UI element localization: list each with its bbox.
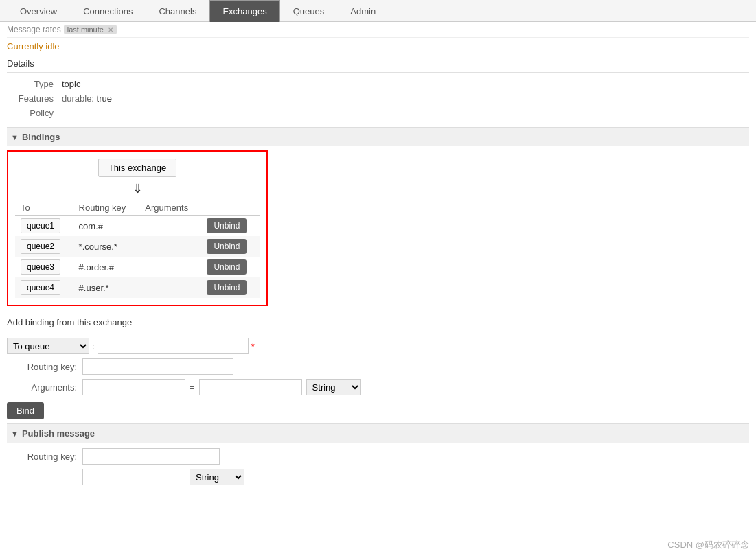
unbind-button-0[interactable]: Unbind	[207, 218, 247, 233]
queue-button-0[interactable]: queue1	[21, 218, 60, 233]
arguments-cell-1	[139, 236, 201, 257]
unbind-button-2[interactable]: Unbind	[207, 259, 247, 275]
routing-key-row: Routing key:	[7, 358, 749, 375]
queue-button-2[interactable]: queue3	[21, 259, 60, 275]
routing-key-cell-0: com.#	[73, 216, 140, 237]
details-row-policy: Policy	[7, 106, 749, 120]
this-exchange-button[interactable]: This exchange	[98, 159, 177, 177]
message-rates-tag[interactable]: last minute ✕	[64, 25, 117, 34]
tab-exchanges[interactable]: Exchanges	[209, 0, 279, 22]
publish-title: Publish message	[22, 428, 95, 439]
nav-tabs: Overview Connections Channels Exchanges …	[0, 0, 756, 22]
arguments-value-input[interactable]	[199, 379, 302, 395]
pub-routing-key-label: Routing key:	[7, 452, 82, 462]
details-label-policy: Policy	[7, 108, 62, 118]
bindings-title: Bindings	[22, 132, 60, 142]
routing-key-label: Routing key:	[7, 362, 82, 372]
table-row: queue1 com.# Unbind	[15, 216, 260, 237]
col-to: To	[15, 200, 73, 216]
pub-routing-key-input[interactable]	[82, 448, 220, 465]
queue-name-input[interactable]	[98, 338, 249, 354]
bind-button[interactable]: Bind	[7, 402, 44, 419]
bindings-collapse-arrow[interactable]: ▼	[11, 133, 19, 141]
pub-extra-input[interactable]	[82, 469, 185, 485]
details-label-features: Features	[7, 93, 62, 104]
arguments-label: Arguments:	[7, 382, 82, 393]
bindings-section-header: ▼ Bindings	[7, 127, 749, 146]
bindings-box: This exchange ⇓ To Routing key Arguments…	[7, 150, 268, 306]
tab-connections[interactable]: Connections	[70, 0, 146, 22]
table-row: queue4 #.user.* Unbind	[15, 277, 260, 298]
routing-key-input[interactable]	[82, 358, 233, 375]
required-star: *	[251, 341, 255, 351]
idle-status: Currently idle	[7, 38, 749, 55]
pub-routing-key-row: Routing key:	[7, 448, 749, 465]
rate-tag-close[interactable]: ✕	[108, 26, 113, 34]
bindings-table: To Routing key Arguments queue1 com.# Un…	[15, 200, 260, 298]
message-rates-label: Message rates	[7, 25, 61, 34]
arguments-key-input[interactable]	[82, 379, 185, 395]
routing-key-cell-3: #.user.*	[73, 277, 140, 298]
table-row: queue2 *.course.* Unbind	[15, 236, 260, 257]
message-rates-bar: Message rates last minute ✕	[7, 22, 749, 38]
tab-overview[interactable]: Overview	[7, 0, 70, 22]
down-arrow: ⇓	[15, 181, 260, 196]
col-routing-key: Routing key	[73, 200, 140, 216]
arguments-cell-3	[139, 277, 201, 298]
queue-button-1[interactable]: queue2	[21, 239, 60, 254]
col-arguments: Arguments	[139, 200, 201, 216]
queue-button-3[interactable]: queue4	[21, 280, 60, 295]
add-binding-title: Add binding from this exchange	[7, 313, 749, 332]
features-key: durable:	[62, 93, 97, 104]
publish-message-header: ▼ Publish message	[7, 423, 749, 443]
unbind-button-3[interactable]: Unbind	[207, 280, 247, 295]
arguments-type-select[interactable]: String Number Boolean	[306, 379, 361, 395]
pub-bottom-row: String Number Boolean	[7, 469, 749, 485]
publish-collapse-arrow[interactable]: ▼	[11, 430, 19, 438]
features-value: true	[97, 93, 112, 104]
details-value-type: topic	[62, 79, 80, 89]
arguments-cell-2	[139, 257, 201, 277]
to-queue-select[interactable]: To queue To exchange	[7, 338, 89, 354]
routing-key-cell-2: #.order.#	[73, 257, 140, 277]
unbind-button-1[interactable]: Unbind	[207, 239, 247, 254]
arguments-row: Arguments: = String Number Boolean	[7, 379, 749, 395]
details-table: Type topic Features durable: true Policy	[7, 77, 749, 120]
tab-queues[interactable]: Queues	[280, 0, 338, 22]
details-title: Details	[7, 55, 749, 73]
arguments-cell-0	[139, 216, 201, 237]
tab-channels[interactable]: Channels	[146, 0, 209, 22]
details-row-features: Features durable: true	[7, 91, 749, 106]
tab-admin[interactable]: Admin	[337, 0, 389, 22]
details-row-type: Type topic	[7, 77, 749, 91]
to-queue-row: To queue To exchange : *	[7, 338, 749, 354]
pub-type-select[interactable]: String Number Boolean	[190, 469, 244, 485]
details-label-type: Type	[7, 79, 62, 89]
table-row: queue3 #.order.# Unbind	[15, 257, 260, 277]
details-value-features: durable: true	[62, 93, 112, 104]
equals-sign: =	[190, 382, 195, 393]
routing-key-cell-1: *.course.*	[73, 236, 140, 257]
col-action	[201, 200, 260, 216]
